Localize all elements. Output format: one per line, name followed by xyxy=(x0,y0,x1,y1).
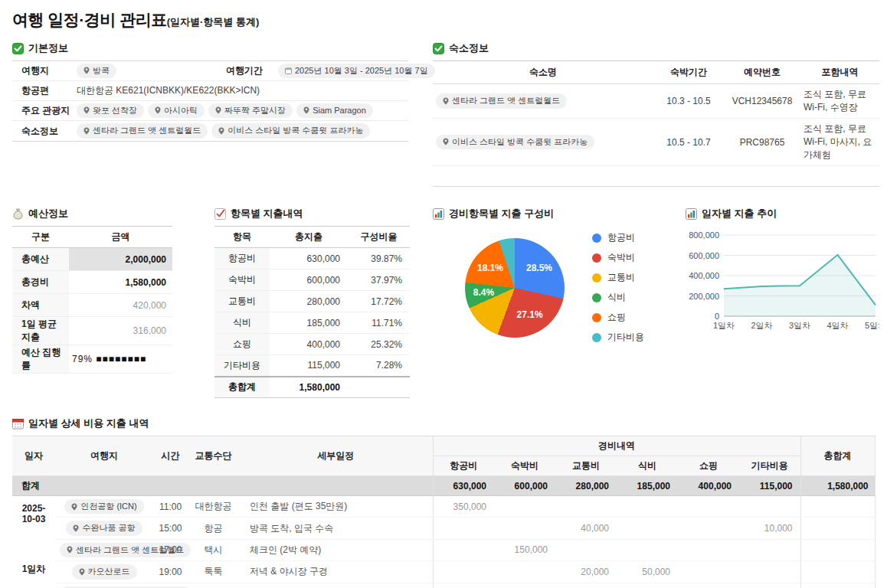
daily-detail-header: 일자별 상세 비용 지출 내역 xyxy=(12,416,879,430)
expense-item-label: 교통비 xyxy=(214,291,270,312)
category-total-row: 총합계 1,580,000 xyxy=(214,377,410,398)
table-row: 쇼핑400,00025.32% xyxy=(214,334,410,355)
expense-total-cell: 115,000 xyxy=(739,476,800,496)
tag-chip: 왓포 선착장 xyxy=(77,103,144,118)
legend-item: 항공비 xyxy=(592,231,644,244)
chip-label: 수완나품 공항 xyxy=(82,522,135,534)
table-row: 숙박비600,00037.97% xyxy=(214,270,410,291)
legend-label: 기타비용 xyxy=(607,331,644,344)
expense-item-amount: 600,000 xyxy=(270,270,348,291)
legend-item: 식비 xyxy=(592,291,644,304)
legend-color-dot xyxy=(592,234,601,243)
day-number-label: 1일차 xyxy=(12,563,55,576)
expense-cell xyxy=(678,539,739,560)
expense-cell xyxy=(433,539,494,560)
pie-slice-label: 27.1% xyxy=(517,309,543,320)
hotel-name-cell: 센타라 그랜드 앳 센트럴월드 xyxy=(433,84,653,119)
detail-cell: 방콕 도착, 입국 수속 xyxy=(239,518,433,539)
basic-info-table: 여행지 방콕 여행기간 2025년 10월 3일 - 2025년 10월 7일 … xyxy=(12,60,408,142)
col-hotel-name: 숙소명 xyxy=(433,61,653,84)
chip-label: 이비스 스타일 방콕 수쿰윗 프라카농 xyxy=(452,136,588,148)
stay-period-cell: 10.5 - 10.7 xyxy=(653,119,724,166)
tag-chip: 방콕 xyxy=(77,64,116,78)
x-tick-label: 1일차 xyxy=(713,321,735,330)
expense-cell xyxy=(494,583,555,588)
col-expense-4: 쇼핑 xyxy=(678,456,739,476)
expense-item-ratio: 17.72% xyxy=(348,291,410,312)
detail-cell: 휴식 xyxy=(239,583,433,588)
legend-item: 숙박비 xyxy=(592,251,644,264)
table-header-row: 숙소명 숙박기간 예약번호 포함내역 xyxy=(433,61,879,84)
booking-number-cell: VCH12345678 xyxy=(724,84,800,119)
expense-cell xyxy=(678,561,739,583)
expense-cell: 50,000 xyxy=(617,561,678,583)
expense-cell xyxy=(494,561,555,583)
line-chart-section: 일자별 지출 추이 0200,000400,000600,000800,0001… xyxy=(686,207,879,398)
legend-color-dot xyxy=(592,313,601,322)
place-cell: 카오산로드 xyxy=(55,561,153,583)
detail-cell: 저녁 & 야시장 구경 xyxy=(239,561,433,583)
y-tick-label: 600,000 xyxy=(689,251,719,260)
detail-cell: 체크인 (2박 예약) xyxy=(239,539,433,560)
destination-label: 여행지 xyxy=(12,64,77,77)
hotels-table: 숙소명 숙박기간 예약번호 포함내역 센타라 그랜드 앳 센트럴월드10.3 -… xyxy=(433,60,879,187)
table-header-row: 구분 금액 xyxy=(12,227,172,248)
legend-color-dot xyxy=(592,253,601,263)
tag-chip: 센타라 그랜드 앳 센트럴월드 xyxy=(77,123,208,138)
legend-item: 교통비 xyxy=(592,271,644,284)
budget-row-value: 1,580,000 xyxy=(69,271,172,294)
budget-row-label: 1일 평균 지출 xyxy=(12,317,69,345)
pie-chart-header: 경비항목별 지출 구성비 xyxy=(433,207,655,220)
chip-label: 이비스 스타일 방콕 수쿰윗 프라카농 xyxy=(227,125,363,136)
expense-total-cell: 400,000 xyxy=(678,476,739,496)
budget-section: 예산정보 구분 금액 총예산2,000,000총경비1,580,000차액420… xyxy=(12,207,172,398)
pie-chart-title: 경비항목별 지출 구성비 xyxy=(449,207,554,220)
col-amount: 금액 xyxy=(69,227,172,248)
expense-cell: 10,000 xyxy=(739,518,800,539)
red-checkbox-icon xyxy=(214,208,226,220)
expense-item-amount: 280,000 xyxy=(270,291,348,312)
table-header-row: 일자 여행지 시간 교통수단 세부일정 경비내역 총합계 xyxy=(12,436,875,456)
pin-icon xyxy=(155,106,161,114)
expense-cell xyxy=(494,496,555,518)
expense-item-label: 항공비 xyxy=(214,248,270,270)
expense-item-amount: 185,000 xyxy=(270,312,348,334)
expense-cell xyxy=(555,583,617,588)
expense-cell xyxy=(678,518,739,539)
expense-cell xyxy=(433,561,494,583)
col-grand-total: 총합계 xyxy=(800,436,875,476)
transport-cell: 택시 xyxy=(188,539,239,560)
table-row: 1일 평균 지출316,000 xyxy=(12,317,172,345)
expense-item-ratio: 37.97% xyxy=(348,270,410,291)
legend-color-dot xyxy=(592,273,601,283)
expense-cell xyxy=(617,496,678,518)
expense-total-cell: 600,000 xyxy=(494,476,555,496)
tag-chip: 인천공항 (ICN) xyxy=(64,499,143,514)
tag-chip: 2025년 10월 3일 - 2025년 10월 7일 xyxy=(278,64,435,78)
x-tick-label: 5일차 xyxy=(865,321,879,330)
expense-item-ratio: 7.28% xyxy=(348,355,410,377)
date-cell: 2025-10-031일차 xyxy=(12,496,55,588)
tag-chip: 카오산로드 xyxy=(72,564,137,579)
travel-expense-report: 여행 일정·경비 관리표(일자별·항목별 통계) 기본정보 여행지 방콕 여행기… xyxy=(0,0,887,588)
chip-label: 센타라 그랜드 앳 센트럴월드 xyxy=(93,125,201,136)
period-chips: 2025년 10월 3일 - 2025년 10월 7일 xyxy=(278,64,435,78)
tag-chip: 아시아틱 xyxy=(148,103,205,118)
col-ratio: 구성비율 xyxy=(348,227,410,248)
row-total-cell xyxy=(800,518,875,539)
col-booking-number: 예약번호 xyxy=(724,61,800,84)
pin-icon xyxy=(218,127,224,135)
expense-cell xyxy=(433,518,494,539)
col-time: 시간 xyxy=(153,436,188,476)
table-row: 주요 관광지 왓포 선착장아시아틱짜뚜짝 주말시장Siam Paragon xyxy=(12,101,408,121)
hotels-section: 숙소정보 숙소명 숙박기간 예약번호 포함내역 센타라 그랜드 앳 센트럴월드1… xyxy=(433,41,879,187)
table-row: 센타라 그랜드 앳 센트럴월드22:00도보휴식 xyxy=(12,583,875,588)
table-row: 총예산2,000,000 xyxy=(12,248,172,271)
pin-icon xyxy=(83,106,90,114)
col-detail: 세부일정 xyxy=(239,436,433,476)
budget-row-label: 총예산 xyxy=(12,248,69,271)
tag-chip: 짜뚜짝 주말시장 xyxy=(208,103,293,118)
expense-cell xyxy=(739,583,800,588)
table-row: 총경비1,580,000 xyxy=(12,271,172,294)
x-tick-label: 2일차 xyxy=(751,321,772,330)
